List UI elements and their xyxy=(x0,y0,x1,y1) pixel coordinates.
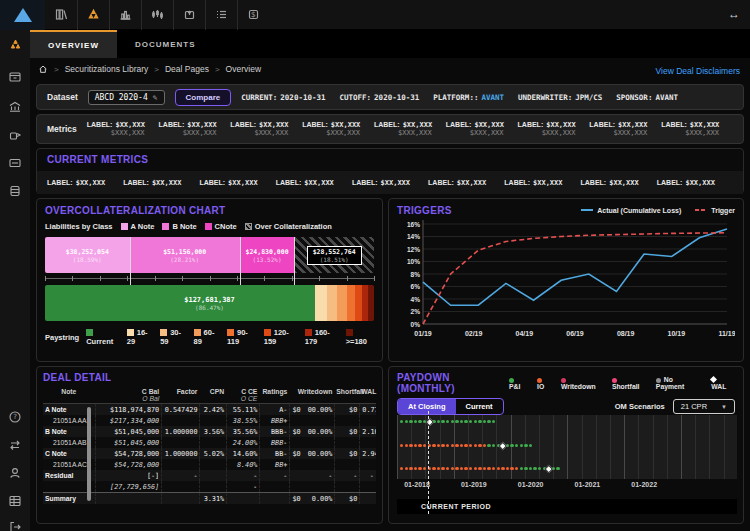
table-cell: 38.55% xyxy=(226,415,259,426)
dataset-input[interactable]: ABCD 2020-4 ✎ xyxy=(88,90,165,105)
summary-row[interactable]: Summary3.31%$00.00%$0 xyxy=(43,492,376,504)
scenario-value: 21 CPR xyxy=(681,402,707,411)
library-icon[interactable] xyxy=(45,0,77,30)
metric-line: LABEL:$XX,XXX xyxy=(661,121,719,129)
table-cell: - xyxy=(259,470,289,481)
deals-icon[interactable] xyxy=(77,0,109,30)
bank-icon[interactable] xyxy=(8,100,22,114)
payment-dot xyxy=(515,444,518,447)
current-metric-item: LABEL:$XX,XXX xyxy=(657,179,733,187)
table-row[interactable]: [27,729,656]- xyxy=(43,481,376,492)
wal-marker xyxy=(499,442,507,450)
metric-item: LABEL:$XX,XXX$XXX,XXX xyxy=(230,121,302,137)
paystring-legend-item: 160-179 xyxy=(305,328,339,346)
header-label: Writedown xyxy=(298,388,333,395)
wal-marker xyxy=(545,465,553,473)
payment-dot xyxy=(455,467,458,470)
expand-icon[interactable]: ↔ xyxy=(728,7,740,21)
at-closing-button[interactable]: At Closing xyxy=(398,399,456,414)
column-header: Factor xyxy=(161,387,199,404)
payment-dot xyxy=(510,467,513,470)
edit-pencil-icon[interactable]: ✎ xyxy=(153,93,158,102)
table-row[interactable]: 21051A AB7$51,045,00024.00%BBB- xyxy=(43,437,376,448)
user-icon[interactable] xyxy=(8,466,22,480)
current-metrics-row: LABEL:$XX,XXXLABEL:$XX,XXXLABEL:$XX,XXXL… xyxy=(37,171,743,194)
table-row[interactable]: C Note$54,728,0001.0000005.02%14.60%BB-$… xyxy=(43,448,376,459)
payment-dot xyxy=(492,467,495,470)
column-header: C CEO CE xyxy=(226,387,259,404)
grid-icon[interactable] xyxy=(8,494,22,508)
performance-chart-icon[interactable] xyxy=(141,0,173,30)
table-cell: $000.00% xyxy=(289,448,334,459)
logout-icon[interactable] xyxy=(8,520,22,531)
app-logo[interactable] xyxy=(0,0,45,30)
metric-label: LABEL: xyxy=(581,179,607,186)
legend-label: A Note xyxy=(131,222,155,231)
om-scenarios-dropdown[interactable]: 21 CPR ▼ xyxy=(673,399,735,414)
bar-chart-icon[interactable] xyxy=(109,0,141,30)
ruler-tick xyxy=(72,276,73,281)
table-cell xyxy=(289,415,334,426)
metric-value: $XX,XXX xyxy=(690,121,720,129)
table-cell: $118,974,870 xyxy=(95,404,162,415)
view-deal-disclaimers-link[interactable]: View Deal Disclaimers xyxy=(656,66,740,76)
segment-pct: (18.51%) xyxy=(313,256,356,263)
svg-text:01/19: 01/19 xyxy=(414,330,432,337)
payment-dot xyxy=(483,444,486,447)
ruler-tick xyxy=(182,276,183,281)
share-icon[interactable] xyxy=(8,128,22,142)
metric-label: LABEL: xyxy=(87,121,113,128)
tab-overview[interactable]: OVERVIEW xyxy=(30,30,117,58)
table-cell: 14.60% xyxy=(226,448,259,459)
payment-dot xyxy=(501,467,504,470)
crumb-securitizations-library[interactable]: Securitizations Library xyxy=(65,64,149,74)
table-row[interactable]: B Note$51,045,0001.0000003.56%35.56%BBB-… xyxy=(43,426,376,437)
legend-label: Trigger xyxy=(711,207,735,214)
table-cell: $0 xyxy=(334,448,359,459)
paydown-view-toggle: At Closing Current xyxy=(397,398,504,415)
list-icon[interactable] xyxy=(205,0,237,30)
table-row[interactable]: 21051A AC5$54,728,0008.40%BB+ xyxy=(43,459,376,470)
paystring-legend-item: 16-29 xyxy=(127,328,153,346)
table-row[interactable]: 21051A AA9$217,334,00038.55%BBB+ xyxy=(43,415,376,426)
card-icon[interactable] xyxy=(8,156,22,170)
table-header-row: NoteC BalO BalFactorCPNC CEO CERatingsWr… xyxy=(43,387,376,404)
table-cell: 8.40% xyxy=(226,459,259,470)
compare-button[interactable]: Compare xyxy=(175,89,232,106)
wal-diamond-icon xyxy=(710,376,717,383)
ruler-tick xyxy=(237,276,238,281)
paystring-legend-item: 30-59 xyxy=(160,328,186,346)
payment-dot xyxy=(469,420,472,423)
oc-legend-item: Over Collateralization xyxy=(245,222,332,231)
payment-dot xyxy=(455,420,458,423)
triggers-legend: Actual (Cumulative Loss)Trigger xyxy=(581,207,735,214)
archive-icon[interactable] xyxy=(8,70,22,84)
home-icon[interactable] xyxy=(38,64,48,74)
payment-dot xyxy=(556,467,559,470)
tab-documents[interactable]: DOCUMENTS xyxy=(117,30,214,58)
writedown-amount: $0 xyxy=(292,450,300,458)
database-icon[interactable] xyxy=(8,184,22,198)
transfer-icon[interactable] xyxy=(8,438,22,452)
table-cell: BBB+ xyxy=(259,415,289,426)
paydown-legend-item: P&I xyxy=(509,376,528,390)
table-row[interactable]: A Note$118,974,8700.5474292.42%55.11%A-$… xyxy=(43,404,376,415)
rail-deals-icon[interactable] xyxy=(0,30,30,58)
table-cell: 3.56% xyxy=(199,426,226,437)
help-icon[interactable]: ? xyxy=(8,410,22,424)
current-button[interactable]: Current xyxy=(456,399,503,414)
svg-text:11/19: 11/19 xyxy=(718,330,735,337)
current-metric-item: LABEL:$XX,XXX xyxy=(504,179,580,187)
payment-dot xyxy=(405,467,408,470)
table-scrollbar[interactable] xyxy=(87,407,91,501)
billing-icon[interactable]: $ xyxy=(237,0,269,30)
payment-dot xyxy=(414,467,417,470)
table-cell xyxy=(161,415,199,426)
column-header: CPN xyxy=(199,387,226,404)
payment-dot xyxy=(492,444,495,447)
table-row[interactable]: Residual[-]------ xyxy=(43,470,376,481)
package-icon[interactable] xyxy=(173,0,205,30)
crumb-deal-pages[interactable]: Deal Pages xyxy=(165,64,209,74)
table-cell xyxy=(359,459,376,470)
table-cell xyxy=(334,481,359,492)
